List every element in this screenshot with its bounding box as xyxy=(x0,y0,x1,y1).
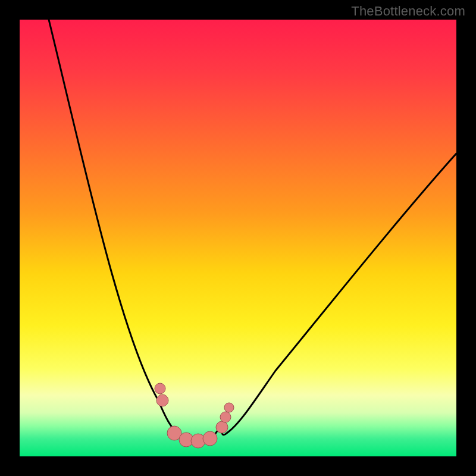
plot-area xyxy=(20,20,456,456)
data-dot xyxy=(224,403,234,412)
data-dot xyxy=(155,383,165,394)
data-dot xyxy=(156,394,168,406)
left-curve xyxy=(49,20,221,441)
data-dot xyxy=(216,421,228,433)
curve-layer xyxy=(20,20,456,456)
right-curve xyxy=(221,154,456,435)
data-dots xyxy=(155,383,234,448)
chart-frame: TheBottleneck.com xyxy=(0,0,476,476)
data-dot xyxy=(203,431,217,446)
watermark-text: TheBottleneck.com xyxy=(351,4,465,19)
data-dot xyxy=(220,412,231,422)
